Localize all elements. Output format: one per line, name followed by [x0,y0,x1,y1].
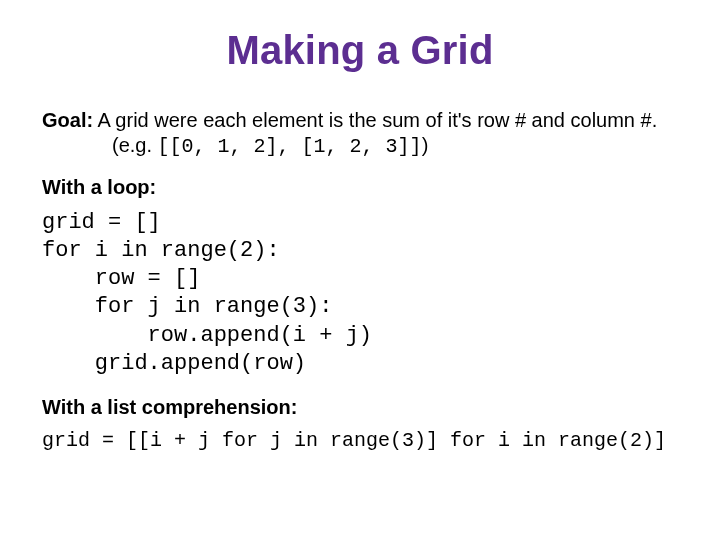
goal-label: Goal: [42,109,93,131]
example-code: [[0, 1, 2], [1, 2, 3]] [158,135,422,158]
goal-line: Goal: A grid were each element is the su… [42,109,678,132]
example-prefix: (e.g. [112,134,158,156]
example-suffix: ) [422,134,429,156]
section-loop-label: With a loop: [42,176,678,199]
goal-text: A grid were each element is the sum of i… [93,109,657,131]
code-loop: grid = [] for i in range(2): row = [] fo… [42,209,678,378]
code-comp: grid = [[i + j for j in range(3)] for i … [42,429,678,452]
slide: Making a Grid Goal: A grid were each ele… [0,0,720,540]
section-comp-label: With a list comprehension: [42,396,678,419]
slide-title: Making a Grid [42,28,678,73]
example-line: (e.g. [[0, 1, 2], [1, 2, 3]]) [42,134,678,158]
